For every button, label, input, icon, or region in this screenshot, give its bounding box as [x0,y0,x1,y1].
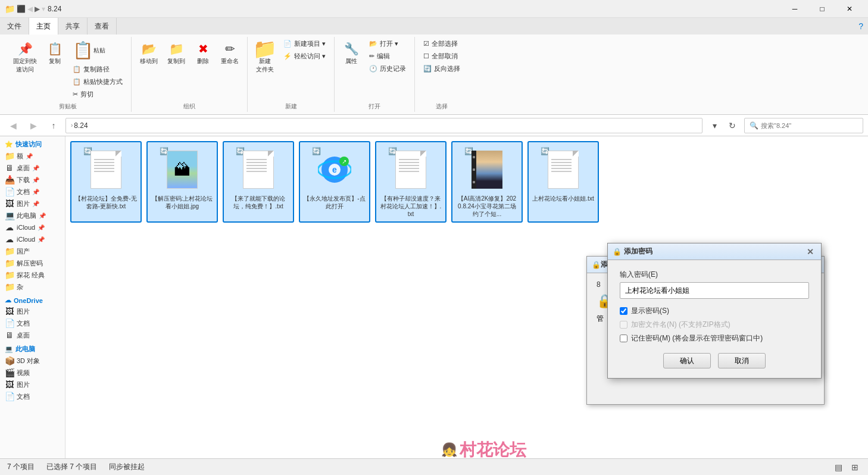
dialog-overlay: 🔒 添加密码 8 🔒 压 管 🔒 添加密码 ✕ 输入密码(E) [0,0,868,475]
show-password-checkbox[interactable] [620,307,627,315]
dialog-remember-row: 记住密码(M) (将会显示在管理密码窗口中) [620,333,809,343]
dialog-title-left: 🔒 添加密码 [613,246,652,257]
dialog-encrypt-filename-row: 加密文件名(N) (不支持ZIP格式) [620,320,809,330]
dialog-title: 🔒 添加密码 ✕ [608,243,821,260]
remember-checkbox[interactable] [620,335,627,342]
dialog-buttons: 确认 取消 [620,353,809,368]
dialog-main: 🔒 添加密码 ✕ 输入密码(E) 显示密码(S) 加密文件名(N) (不支持ZI… [607,243,822,379]
dialog-body: 输入密码(E) 显示密码(S) 加密文件名(N) (不支持ZIP格式) 记住密码… [608,260,821,378]
dialog-field-label: 输入密码(E) [620,270,809,280]
dialog-title-icon: 🔒 [613,248,622,256]
encrypt-filename-checkbox[interactable] [620,321,627,329]
dialog-checkboxes: 显示密码(S) 加密文件名(N) (不支持ZIP格式) 记住密码(M) (将会显… [620,306,809,343]
encrypt-filename-label: 加密文件名(N) (不支持ZIP格式) [631,320,730,330]
remember-label[interactable]: 记住密码(M) (将会显示在管理密码窗口中) [631,333,763,343]
dialog-show-password-row: 显示密码(S) [620,306,809,316]
show-password-label[interactable]: 显示密码(S) [631,306,669,316]
dialog-cancel-button[interactable]: 取消 [718,353,766,368]
dialog-close-button[interactable]: ✕ [804,246,816,258]
dialog-password-input[interactable] [620,282,809,299]
dialog-confirm-button[interactable]: 确认 [663,353,711,368]
dialog-back-icon: 🔒 [592,261,601,269]
